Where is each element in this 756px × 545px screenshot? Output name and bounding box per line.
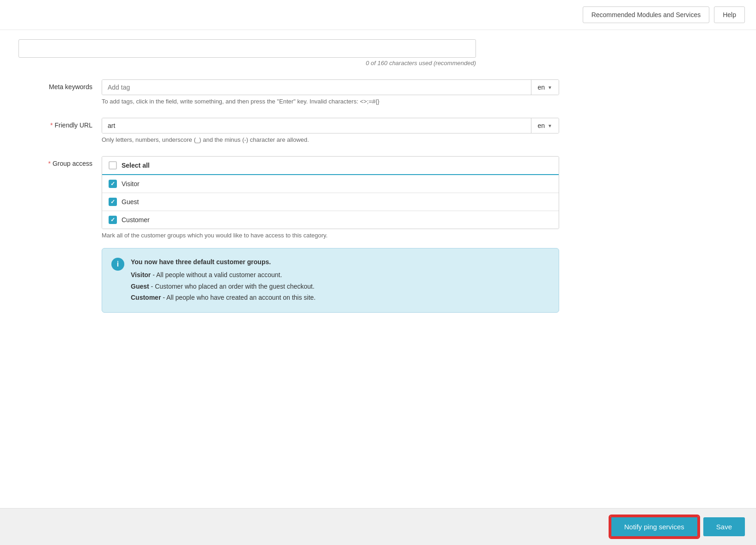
content-area: 0 of 160 characters used (recommended) M… xyxy=(0,30,756,545)
guest-label: Guest xyxy=(122,198,139,206)
visitor-label: Visitor xyxy=(122,180,140,188)
group-access-hint: Mark all of the customer groups which yo… xyxy=(102,232,559,239)
group-access-row: *Group access Select all Visitor xyxy=(18,156,738,313)
info-line-guest: Guest - Customer who placed an order wit… xyxy=(131,281,316,291)
friendly-url-input-container: en ▼ xyxy=(102,118,559,133)
visitor-row[interactable]: Visitor xyxy=(102,175,559,193)
visitor-checkbox[interactable] xyxy=(109,180,117,188)
info-customer-bold: Customer xyxy=(131,294,161,301)
meta-keywords-input-container: en ▼ xyxy=(102,79,559,95)
info-customer-text: - All people who have created an account… xyxy=(161,294,316,301)
friendly-url-label: *Friendly URL xyxy=(18,118,92,129)
checkbox-list: Select all Visitor Guest xyxy=(102,156,559,229)
description-textarea[interactable] xyxy=(18,39,476,58)
select-all-row[interactable]: Select all xyxy=(102,157,559,175)
page-wrapper: Recommended Modules and Services Help 0 … xyxy=(0,0,756,545)
footer-bar: Notify ping services Save xyxy=(0,508,756,545)
info-guest-bold: Guest xyxy=(131,283,149,290)
friendly-url-chevron-icon: ▼ xyxy=(548,123,552,128)
info-text-block: You now have three default customer grou… xyxy=(131,257,316,304)
customer-label: Customer xyxy=(122,216,150,224)
group-access-required-star: * xyxy=(48,160,50,167)
info-icon: i xyxy=(111,258,124,271)
guest-checkbox[interactable] xyxy=(109,198,117,206)
friendly-url-lang-selector[interactable]: en ▼ xyxy=(531,118,559,133)
textarea-top-section: 0 of 160 characters used (recommended) xyxy=(18,39,738,67)
save-button[interactable]: Save xyxy=(703,517,745,536)
info-line-visitor: Visitor - All people without a valid cus… xyxy=(131,270,316,280)
info-line-customer: Customer - All people who have created a… xyxy=(131,292,316,303)
meta-keywords-field-group: en ▼ To add tags, click in the field, wr… xyxy=(102,79,559,105)
help-button[interactable]: Help xyxy=(714,6,745,23)
friendly-url-input[interactable] xyxy=(102,118,531,133)
friendly-url-row: *Friendly URL en ▼ Only letters, numbers… xyxy=(18,118,738,143)
info-visitor-text: - All people without a valid customer ac… xyxy=(151,271,282,279)
meta-keywords-label: Meta keywords xyxy=(18,79,92,91)
customer-row[interactable]: Customer xyxy=(102,211,559,229)
meta-keywords-lang-value: en xyxy=(538,84,545,91)
guest-row[interactable]: Guest xyxy=(102,193,559,211)
friendly-url-required-star: * xyxy=(50,121,53,129)
char-count: 0 of 160 characters used (recommended) xyxy=(18,60,476,67)
info-title: You now have three default customer grou… xyxy=(131,257,316,267)
info-visitor-bold: Visitor xyxy=(131,271,151,279)
meta-keywords-hint: To add tags, click in the field, write s… xyxy=(102,98,559,105)
meta-keywords-row: Meta keywords en ▼ To add tags, click in… xyxy=(18,79,738,105)
top-bar: Recommended Modules and Services Help xyxy=(0,0,756,30)
select-all-checkbox[interactable] xyxy=(109,161,117,170)
recommended-modules-button[interactable]: Recommended Modules and Services xyxy=(583,6,710,23)
select-all-label: Select all xyxy=(122,162,150,169)
group-access-label: *Group access xyxy=(18,156,92,167)
group-access-field-group: Select all Visitor Guest xyxy=(102,156,559,313)
info-box: i You now have three default customer gr… xyxy=(102,248,559,313)
friendly-url-lang-value: en xyxy=(538,122,545,129)
meta-keywords-input[interactable] xyxy=(102,80,531,95)
friendly-url-hint: Only letters, numbers, underscore (_) an… xyxy=(102,136,559,143)
customer-checkbox[interactable] xyxy=(109,216,117,224)
info-guest-text: - Customer who placed an order with the … xyxy=(149,283,315,290)
friendly-url-field-group: en ▼ Only letters, numbers, underscore (… xyxy=(102,118,559,143)
meta-keywords-chevron-icon: ▼ xyxy=(548,85,552,90)
meta-keywords-lang-selector[interactable]: en ▼ xyxy=(531,80,559,95)
notify-ping-services-button[interactable]: Notify ping services xyxy=(610,516,699,538)
